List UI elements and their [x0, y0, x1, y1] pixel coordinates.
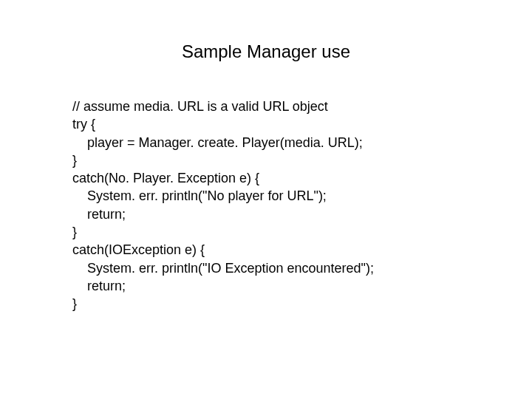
code-line: player = Manager. create. Player(media. … — [72, 135, 363, 150]
code-line: } — [72, 296, 77, 311]
code-block: // assume media. URL is a valid URL obje… — [72, 98, 374, 313]
code-line: catch(IOException e) { — [72, 242, 205, 257]
code-line: System. err. println("No player for URL"… — [72, 188, 327, 203]
code-line: } — [72, 153, 77, 168]
code-line: // assume media. URL is a valid URL obje… — [72, 99, 328, 114]
code-line: System. err. println("IO Exception encou… — [72, 261, 374, 276]
code-line: } — [72, 225, 77, 239]
slide-title: Sample Manager use — [0, 41, 532, 62]
code-line: return; — [72, 279, 126, 293]
code-line: try { — [72, 117, 95, 132]
slide: Sample Manager use // assume media. URL … — [0, 0, 532, 399]
code-line: return; — [72, 207, 126, 222]
code-line: catch(No. Player. Exception e) { — [72, 171, 259, 185]
